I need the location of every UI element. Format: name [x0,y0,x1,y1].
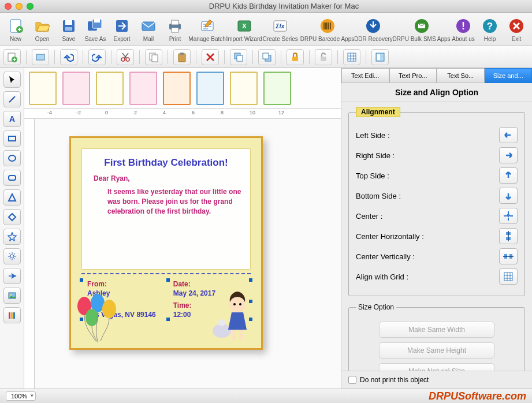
unlock-button[interactable] [315,49,332,65]
svg-point-71 [102,300,116,318]
template-thumb[interactable] [230,72,258,105]
lock-button[interactable] [287,49,304,65]
grid-button[interactable] [343,49,360,65]
properties-button[interactable] [371,49,389,65]
export-button[interactable]: Export [110,14,134,44]
series-button[interactable]: ΣfxCreate Series [263,14,297,44]
star-tool[interactable] [3,229,21,245]
align-center-h-button[interactable] [499,228,518,244]
canvas-scroll[interactable]: First Birthday Celebration! Dear Ryan, I… [24,119,341,389]
same-height-button[interactable]: Make Same Height [379,342,494,359]
no-print-row[interactable]: Do not print this object [341,371,532,389]
card-greeting[interactable]: Dear Ryan, [94,174,242,182]
zoom-window-button[interactable] [27,3,34,10]
align-top-button[interactable] [499,167,518,184]
batch-icon [198,17,217,35]
pointer-tool[interactable] [3,72,21,88]
template-thumb[interactable] [129,72,157,105]
align-right-button[interactable] [499,147,518,163]
roundrect-tool[interactable] [3,170,21,186]
batch-label: Manage Batch [188,36,226,42]
tab-size-align[interactable]: Size and... [485,68,533,83]
align-center-button[interactable] [499,208,518,224]
align-center-v-button[interactable] [499,248,518,264]
natural-size-button[interactable]: Make Natural Size [379,363,494,371]
import-button[interactable]: XImport Wizard [227,14,261,44]
rect-tool[interactable] [3,130,21,147]
zoom-select[interactable]: 100% [6,391,36,401]
ellipse-tool[interactable] [3,150,21,166]
diamond-tool[interactable] [3,209,21,225]
mail-button[interactable]: Mail [136,14,161,44]
line-tool[interactable] [3,91,21,107]
card-body[interactable]: It seems like yesterday that our little … [107,187,242,216]
tab-text-source[interactable]: Text So... [437,68,485,83]
template-thumb[interactable] [263,72,291,105]
svg-rect-47 [348,53,356,61]
help-label: Help [484,36,496,42]
template-thumb[interactable] [163,72,191,105]
batch-button[interactable]: Manage Batch [189,14,225,44]
undo-button[interactable] [60,49,77,65]
tab-text-prop[interactable]: Text Pro... [389,68,437,83]
svg-point-72 [85,309,98,326]
exit-button[interactable]: Exit [504,14,529,44]
save-icon [59,17,78,35]
sms-button[interactable]: DRPU Bulk SMS Apps [394,14,449,44]
card-title[interactable]: First Birthday Celebration! [90,157,242,169]
open-button[interactable]: Open [30,14,54,44]
panel-heading: Size and Align Option [341,83,532,102]
no-print-checkbox[interactable] [348,376,356,384]
about-button[interactable]: !About us [451,14,475,44]
svg-text:A: A [9,114,14,124]
copy-button[interactable] [145,49,162,65]
print-label: Print [169,36,181,42]
burst-tool[interactable] [3,248,21,264]
save-button[interactable]: Save [57,14,81,44]
svg-rect-45 [292,57,298,61]
triangle-tool[interactable] [3,189,21,206]
template-thumb[interactable] [62,72,90,105]
svg-rect-38 [152,55,158,62]
minimize-window-button[interactable] [16,3,23,10]
template-thumb[interactable] [29,72,57,105]
sms-icon [412,17,431,35]
close-window-button[interactable] [5,3,12,10]
redo-button[interactable] [88,49,106,65]
save-label: Save [62,36,76,42]
barcode-button[interactable]: DRPU Barcode Apps [302,14,353,44]
add-page-button[interactable] [3,49,21,65]
fit-button[interactable] [32,49,49,65]
tab-text-edit[interactable]: Text Edi... [341,68,389,83]
print-button[interactable]: Print [163,14,187,44]
align-grid-button[interactable] [499,268,518,285]
delete-button[interactable] [202,49,219,65]
same-width-button[interactable]: Make Same Width [379,322,494,338]
cut-button[interactable] [117,49,134,65]
exit-label: Exit [512,36,522,42]
new-button[interactable]: New [3,14,28,44]
barcode-label: DRPU Barcode Apps [300,36,354,42]
arrow-tool[interactable] [3,268,21,284]
tool-palette: A [0,68,24,389]
paste-button[interactable] [173,49,191,65]
template-thumb[interactable] [96,72,124,105]
image-tool[interactable] [3,288,21,304]
svg-text:?: ? [487,21,493,32]
alignment-group: Alignment Left Side : Right Side : Top S… [348,107,525,296]
template-thumb[interactable] [196,72,224,105]
ddr-button[interactable]: DDR Recovery [355,14,392,44]
align-bottom-button[interactable] [499,188,518,204]
bring-front-button[interactable] [230,49,247,65]
mail-label: Mail [143,36,154,42]
library-tool[interactable] [3,307,21,323]
text-tool[interactable]: A [3,111,21,127]
send-back-button[interactable] [258,49,276,65]
canvas[interactable]: First Birthday Celebration! Dear Ryan, I… [35,119,341,389]
saveas-button[interactable]: Save As [83,14,107,44]
svg-rect-12 [172,28,178,32]
help-button[interactable]: ?Help [478,14,502,44]
svg-rect-7 [94,19,100,23]
align-left-button[interactable] [499,127,518,143]
invitation-card[interactable]: First Birthday Celebration! Dear Ryan, I… [69,136,263,350]
